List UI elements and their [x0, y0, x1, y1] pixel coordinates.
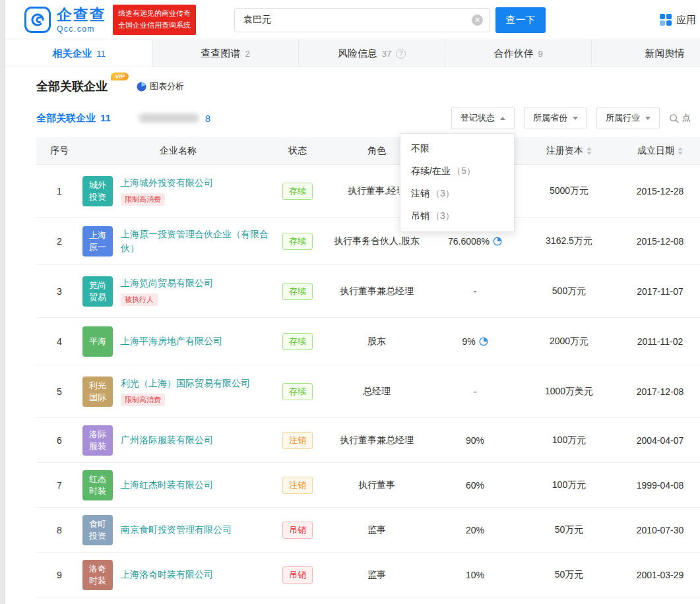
tab-risk-info[interactable]: 风险信息 37 ? [299, 40, 445, 67]
role-cell: 执行董事 [321, 479, 432, 491]
date-cell: 2017-11-07 [620, 286, 700, 297]
date-cell: 2017-12-08 [620, 386, 700, 397]
page-title: 全部关联企业 VIP [36, 78, 129, 94]
dropdown-item-cancelled[interactable]: 注销 （3） [400, 183, 514, 205]
company-logo: 笕尚 贸易 [82, 276, 113, 307]
date-cell: 1999-04-08 [620, 480, 700, 491]
subtab-count: 11 [100, 112, 111, 125]
apps-button[interactable]: 应用 [660, 14, 696, 26]
search-button[interactable]: 查一下 [495, 7, 546, 33]
role-cell: 执行事务合伙人,股东 [321, 235, 432, 247]
company-name-link[interactable]: 上海红杰时装有限公司 [121, 478, 213, 491]
company-name-link[interactable]: 上海城外投资有限公司 [121, 176, 213, 189]
clear-search-icon[interactable]: ✕ [472, 15, 483, 26]
percent-cell: 20% [432, 525, 518, 535]
dropdown-item-active[interactable]: 存续/在业 （5） [400, 160, 514, 183]
status-badge: 注销 [282, 432, 313, 449]
sort-icon[interactable] [587, 147, 592, 155]
capital-cell: 3162.5万元 [518, 235, 620, 247]
qcc-page: 企查查 Qcc.com 缔造有远见的商业传奇 全国企业信用查询系统 袁巴元 ✕ … [0, 0, 700, 604]
status-badge: 存续 [282, 383, 313, 400]
tab-count: 9 [538, 49, 542, 59]
table-search-button[interactable]: 点 [669, 112, 691, 124]
row-index: 6 [36, 435, 82, 446]
company-logo: 食町 投资 [82, 515, 113, 545]
status-filter-button[interactable]: 登记状态 [451, 107, 515, 129]
table-row: 6 洛际 服装 广州洛际服装有限公司 注销 执行董事兼总经理 90% 100万元… [36, 418, 700, 463]
table-row: 4 平海 上海平海房地产有限公司 存续 股东 9% 2000万元 2011-11… [36, 318, 700, 365]
company-name-link[interactable]: 广州洛际服装有限公司 [121, 433, 213, 446]
province-filter-button[interactable]: 所属省份 [524, 107, 587, 129]
page-left-edge [0, 0, 5, 604]
search-input[interactable]: 袁巴元 ✕ [234, 8, 490, 32]
qcc-logo[interactable]: 企查查 Qcc.com [24, 7, 106, 33]
chart-analysis-link[interactable]: 图表分析 [137, 80, 184, 92]
percent-value: 76.6008% [448, 236, 490, 247]
tab-qcc-graph[interactable]: 查查图谱 2 [152, 40, 299, 67]
chart-analysis-label: 图表分析 [150, 80, 184, 92]
search-input-value: 袁巴元 [243, 14, 271, 26]
company-name-link[interactable]: 上海原一投资管理合伙企业（有限合伙） [121, 227, 274, 255]
company-name-link[interactable]: 上海洛奇时装有限公司 [121, 568, 213, 581]
status-badge: 存续 [282, 283, 313, 300]
tab-count: 2 [245, 49, 249, 59]
date-cell: 2015-12-08 [620, 236, 700, 247]
role-cell: 总经理 [321, 386, 432, 398]
subtab-blurred-count: 8 [205, 113, 210, 124]
percent-cell: 9% [432, 336, 518, 347]
apps-label: 应用 [676, 14, 696, 26]
company-name-link[interactable]: 上海平海房地产有限公司 [121, 334, 222, 347]
content-area: 全部关联企业 VIP 图表分析 全部关联企业 11 8 登记状态 [6, 76, 700, 604]
status-badge: 存续 [282, 333, 313, 350]
logo-domain: Qcc.com [57, 25, 106, 33]
status-badge: 吊销 [282, 522, 313, 539]
subtab-label: 全部关联企业 [36, 112, 96, 125]
table-header-row: 序号 企业名称 状态 角色 注册资本 成立日期 [36, 137, 700, 165]
question-icon[interactable]: ? [396, 49, 406, 59]
caret-up-icon [500, 117, 505, 120]
tab-news[interactable]: 新闻舆情 [592, 40, 700, 67]
caret-down-icon [645, 117, 651, 120]
header-capital[interactable]: 注册资本 [518, 145, 620, 157]
tab-label: 相关企业 [52, 47, 92, 60]
search-icon [669, 113, 679, 123]
table-row: 1 城外 投资 上海城外投资有限公司 限制高消费 存续 执行董事,经理 5000… [36, 165, 700, 218]
risk-tag: 限制高消费 [121, 193, 165, 206]
pie-chart-icon[interactable] [493, 237, 502, 246]
percent-cell: - [432, 286, 518, 297]
dropdown-item-revoked[interactable]: 吊销 （3） [400, 205, 514, 227]
status-badge: 注销 [282, 477, 313, 494]
status-filter-dropdown: 不限 存续/在业 （5） 注销 （3） 吊销 [400, 133, 515, 232]
header-status: 状态 [274, 145, 321, 157]
tab-related-companies[interactable]: 相关企业 11 [6, 40, 152, 67]
status-filter-wrap: 登记状态 不限 存续/在业 （5） [451, 107, 515, 129]
slogan-line-1: 缔造有远见的商业传奇 [118, 8, 191, 20]
tab-label: 查查图谱 [201, 47, 240, 60]
table-search-label: 点 [682, 112, 691, 124]
status-badge: 存续 [282, 183, 313, 200]
header-company-name: 企业名称 [82, 145, 274, 157]
tab-partners[interactable]: 合作伙伴 9 [445, 40, 592, 67]
caret-down-icon [573, 117, 578, 120]
header-date[interactable]: 成立日期 [620, 145, 700, 157]
subtab-filter-row: 全部关联企业 11 8 登记状态 不限 [36, 107, 700, 129]
page-title-text: 全部关联企业 [36, 80, 108, 93]
slogan-line-2: 全国企业信用查询系统 [118, 20, 191, 32]
sort-icon[interactable] [678, 147, 683, 155]
company-name-link[interactable]: 上海笕尚贸易有限公司 [121, 276, 213, 289]
subtab-all-companies[interactable]: 全部关联企业 11 [36, 112, 111, 125]
status-badge: 吊销 [282, 566, 313, 584]
table-row: 7 红杰 时装 上海红杰时装有限公司 注销 执行董事 60% 100万元 199… [36, 463, 700, 508]
dropdown-item-label: 存续/在业 [411, 166, 451, 177]
industry-filter-button[interactable]: 所属行业 [596, 107, 660, 129]
dropdown-item-unlimited[interactable]: 不限 [400, 138, 514, 160]
row-index: 3 [36, 286, 82, 297]
risk-tag: 限制高消费 [121, 394, 165, 406]
search-bar: 袁巴元 ✕ 查一下 [234, 7, 546, 33]
pie-chart-icon[interactable] [479, 337, 488, 346]
company-name-link[interactable]: 利光（上海）国际贸易有限公司 [121, 377, 250, 390]
role-cell: 监事 [321, 524, 432, 536]
subtab-blurred[interactable]: 8 [139, 113, 210, 124]
qcc-logo-text: 企查查 Qcc.com [57, 7, 106, 33]
company-name-link[interactable]: 南京食町投资管理有限公司 [121, 523, 232, 536]
